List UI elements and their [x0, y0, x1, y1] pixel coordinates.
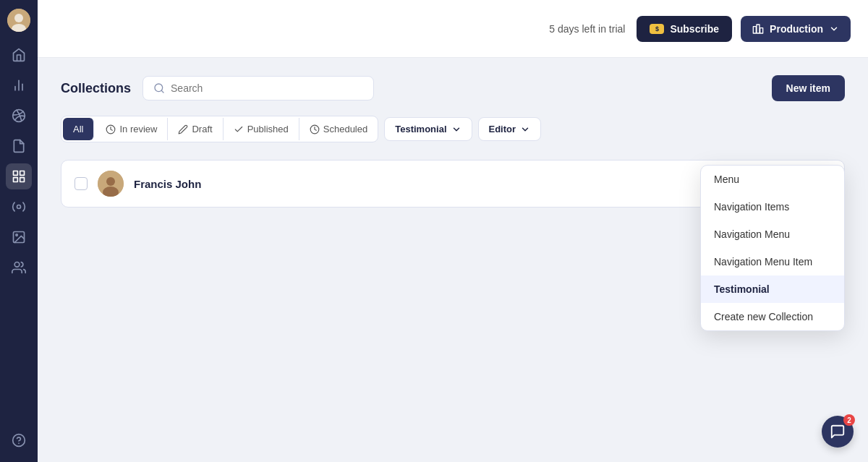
- navigation-items-option[interactable]: Navigation Items: [701, 193, 844, 221]
- filter-in-review[interactable]: In review: [95, 118, 168, 140]
- svg-rect-15: [757, 25, 760, 33]
- testimonial-chevron-icon: [451, 124, 461, 134]
- svg-rect-14: [753, 26, 756, 33]
- subscribe-button[interactable]: $ Subscribe: [637, 16, 732, 42]
- search-box: [142, 76, 374, 100]
- collections-icon[interactable]: [6, 163, 32, 189]
- svg-rect-5: [20, 171, 25, 176]
- editor-chevron-icon: [520, 124, 530, 134]
- chat-fab[interactable]: 2: [822, 416, 854, 448]
- status-filter-group: All In review Draft Published Scheduled: [61, 116, 378, 142]
- testimonial-option[interactable]: Testimonial: [701, 275, 844, 303]
- svg-rect-7: [20, 178, 25, 182]
- svg-rect-16: [760, 27, 763, 33]
- home-icon[interactable]: [6, 42, 32, 68]
- avatar: [98, 171, 124, 197]
- filter-scheduled[interactable]: Scheduled: [299, 118, 378, 140]
- help-icon[interactable]: [6, 427, 32, 453]
- filter-draft[interactable]: Draft: [168, 118, 223, 140]
- filter-published[interactable]: Published: [224, 118, 299, 140]
- create-new-collection-option[interactable]: Create new Collection: [701, 303, 844, 330]
- chat-badge: 2: [843, 414, 855, 426]
- production-button[interactable]: Production: [741, 16, 851, 42]
- users-icon[interactable]: [6, 254, 32, 281]
- collections-title: Collections: [61, 81, 131, 96]
- svg-point-11: [14, 262, 20, 268]
- pages-icon[interactable]: [6, 133, 32, 159]
- navigation-menu-option[interactable]: Navigation Menu: [701, 221, 844, 248]
- integrations-icon[interactable]: [6, 194, 32, 220]
- filter-bar: All In review Draft Published Scheduled: [61, 116, 845, 142]
- main-area: 5 days left in trial $ Subscribe Product…: [38, 0, 868, 462]
- avatar-image: [98, 171, 124, 197]
- svg-rect-6: [14, 178, 18, 182]
- in-review-icon: [106, 124, 116, 134]
- chat-icon: [830, 424, 846, 440]
- row-checkbox[interactable]: [75, 177, 88, 190]
- svg-point-1: [14, 14, 23, 22]
- new-item-button[interactable]: New item: [772, 75, 845, 101]
- svg-point-10: [16, 234, 17, 236]
- collections-header: Collections New item: [61, 75, 845, 101]
- filter-all[interactable]: All: [63, 118, 94, 140]
- content-area: Collections New item All In review Draft: [38, 58, 868, 462]
- editor-dropdown[interactable]: Editor: [478, 117, 542, 141]
- svg-point-8: [17, 205, 21, 209]
- search-input[interactable]: [171, 82, 363, 94]
- chevron-down-icon: [829, 24, 839, 34]
- draft-icon: [178, 124, 188, 134]
- feed-icon[interactable]: [6, 72, 32, 98]
- collection-dropdown-menu: Menu Navigation Items Navigation Menu Na…: [700, 165, 845, 331]
- search-icon: [153, 82, 165, 94]
- brand-icon[interactable]: [6, 103, 32, 129]
- media-icon[interactable]: [6, 224, 32, 250]
- trial-text: 5 days left in trial: [549, 23, 625, 35]
- published-icon: [234, 124, 244, 134]
- subscribe-icon: $: [650, 24, 664, 34]
- navigation-menu-item-option[interactable]: Navigation Menu Item: [701, 248, 844, 275]
- sidebar: [0, 0, 38, 462]
- production-icon: [752, 23, 764, 35]
- testimonial-dropdown[interactable]: Testimonial: [384, 117, 472, 141]
- topbar: 5 days left in trial $ Subscribe Product…: [38, 0, 868, 58]
- avatar[interactable]: [7, 9, 30, 32]
- svg-point-22: [106, 177, 115, 186]
- menu-option[interactable]: Menu: [701, 166, 844, 193]
- svg-rect-4: [14, 171, 18, 176]
- row-name: Francis John: [134, 178, 774, 190]
- svg-line-18: [161, 90, 163, 93]
- scheduled-icon: [310, 124, 320, 134]
